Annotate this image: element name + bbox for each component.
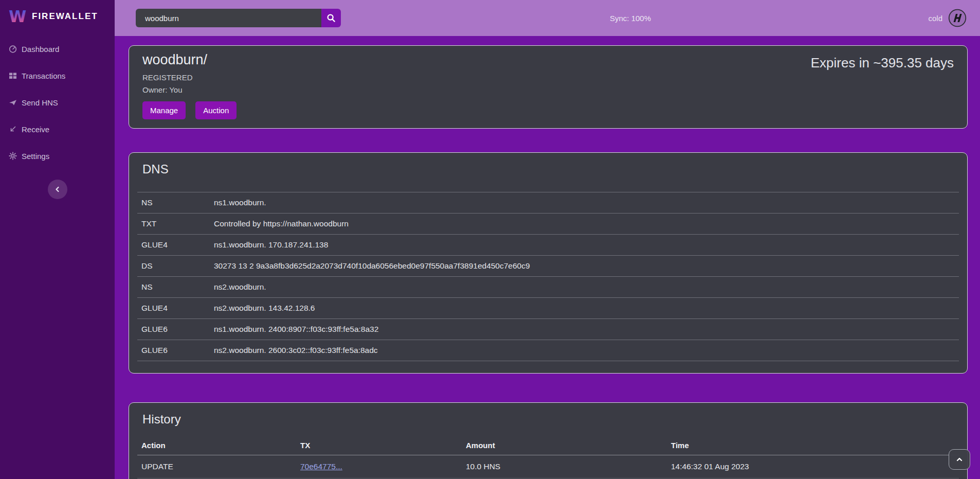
domain-card: woodburn/ REGISTERED Owner: You Manage A… bbox=[129, 45, 968, 129]
domain-actions: Manage Auction bbox=[142, 101, 954, 119]
table-row: NS ns2.woodburn. bbox=[137, 277, 959, 298]
history-card-title: History bbox=[137, 409, 959, 434]
sidebar-item-receive[interactable]: Receive bbox=[0, 120, 115, 138]
table-header-row: Action TX Amount Time bbox=[137, 436, 959, 455]
dns-record-type: GLUE6 bbox=[137, 319, 214, 340]
svg-text:W: W bbox=[9, 7, 26, 26]
sidebar-item-transactions[interactable]: Transactions bbox=[0, 67, 115, 84]
dns-record-value: ns1.woodburn. 170.187.241.138 bbox=[214, 235, 959, 256]
table-row: GLUE4 ns2.woodburn. 143.42.128.6 bbox=[137, 298, 959, 319]
search-button[interactable] bbox=[321, 9, 341, 27]
dns-record-type: NS bbox=[137, 192, 214, 214]
brand[interactable]: W FIREWALLET bbox=[0, 0, 115, 28]
dashboard-icon bbox=[9, 45, 17, 53]
app-title: FIREWALLET bbox=[32, 11, 98, 22]
column-header-amount: Amount bbox=[462, 436, 667, 455]
domain-status: REGISTERED bbox=[142, 73, 954, 82]
topbar: Sync: 100% cold bbox=[115, 0, 980, 36]
table-row: DS 30273 13 2 9a3a8fb3d625d2a2073d740f10… bbox=[137, 256, 959, 277]
table-row: GLUE4 ns1.woodburn. 170.187.241.138 bbox=[137, 235, 959, 256]
dns-card-title: DNS bbox=[137, 159, 959, 184]
dns-record-type: GLUE4 bbox=[137, 235, 214, 256]
dns-record-value: ns1.woodburn. 2400:8907::f03c:93ff:fe5a:… bbox=[214, 319, 959, 340]
history-card: History Action TX Amount Time UPDATE 70e… bbox=[129, 402, 968, 479]
table-row: TXT Controlled by https://nathan.woodbur… bbox=[137, 214, 959, 235]
column-header-tx: TX bbox=[296, 436, 462, 455]
gear-icon bbox=[9, 152, 17, 160]
dns-record-type: DS bbox=[137, 256, 214, 277]
wallet-indicator: cold bbox=[928, 9, 967, 27]
column-header-action: Action bbox=[137, 436, 296, 455]
column-header-time: Time bbox=[667, 436, 959, 455]
search-icon bbox=[326, 13, 336, 23]
sidebar-item-label: Transactions bbox=[22, 72, 65, 80]
wallet-name: cold bbox=[928, 14, 942, 23]
sidebar: W FIREWALLET Dashboard Transactions Send… bbox=[0, 0, 115, 479]
sidebar-item-label: Settings bbox=[22, 152, 49, 161]
history-table: Action TX Amount Time UPDATE 70e64775...… bbox=[137, 436, 959, 479]
sidebar-item-label: Receive bbox=[22, 125, 49, 134]
search-bar bbox=[136, 9, 341, 27]
dns-record-value: ns1.woodburn. bbox=[214, 192, 959, 214]
table-row: GLUE6 ns2.woodburn. 2600:3c02::f03c:93ff… bbox=[137, 340, 959, 361]
sync-status: Sync: 100% bbox=[610, 14, 651, 23]
history-action: UPDATE bbox=[137, 455, 296, 478]
history-amount: 10.0 HNS bbox=[462, 455, 667, 478]
dns-record-value: ns2.woodburn. bbox=[214, 277, 959, 298]
dns-record-value: Controlled by https://nathan.woodburn bbox=[214, 214, 959, 235]
sidebar-item-label: Dashboard bbox=[22, 45, 59, 54]
sidebar-item-send-hns[interactable]: Send HNS bbox=[0, 94, 115, 111]
table-row: GLUE6 ns1.woodburn. 2400:8907::f03c:93ff… bbox=[137, 319, 959, 340]
table-row: UPDATE 70e64775... 10.0 HNS 14:46:32 01 … bbox=[137, 455, 959, 478]
dns-record-type: GLUE6 bbox=[137, 340, 214, 361]
main-content: woodburn/ REGISTERED Owner: You Manage A… bbox=[115, 36, 980, 479]
auction-button[interactable]: Auction bbox=[195, 101, 237, 119]
receive-icon bbox=[9, 125, 17, 133]
dns-record-value: ns2.woodburn. 2600:3c02::f03c:93ff:fe5a:… bbox=[214, 340, 959, 361]
firewallet-logo-icon: W bbox=[9, 7, 26, 26]
dns-record-value: ns2.woodburn. 143.42.128.6 bbox=[214, 298, 959, 319]
dns-record-type: TXT bbox=[137, 214, 214, 235]
sidebar-item-label: Send HNS bbox=[22, 98, 58, 107]
dns-record-type: NS bbox=[137, 277, 214, 298]
scroll-to-top-button[interactable] bbox=[949, 449, 970, 470]
sidebar-nav: Dashboard Transactions Send HNS Receive bbox=[0, 40, 115, 165]
dns-card: DNS NS ns1.woodburn. TXT Controlled by h… bbox=[129, 152, 968, 374]
chevron-up-icon bbox=[955, 455, 964, 464]
send-icon bbox=[9, 98, 17, 107]
tx-link[interactable]: 70e64775... bbox=[300, 462, 342, 471]
handshake-icon[interactable] bbox=[948, 9, 967, 27]
dns-record-type: GLUE4 bbox=[137, 298, 214, 319]
table-row: NS ns1.woodburn. bbox=[137, 192, 959, 214]
table-icon bbox=[9, 72, 17, 80]
history-time: 14:46:32 01 Aug 2023 bbox=[667, 455, 959, 478]
manage-button[interactable]: Manage bbox=[142, 101, 186, 119]
sidebar-item-dashboard[interactable]: Dashboard bbox=[0, 40, 115, 58]
search-input[interactable] bbox=[136, 9, 321, 27]
dns-record-value: 30273 13 2 9a3a8fb3d625d2a2073d740f10da6… bbox=[214, 256, 959, 277]
chevron-left-icon bbox=[53, 185, 62, 193]
sidebar-item-settings[interactable]: Settings bbox=[0, 147, 115, 165]
expires-label: Expires in ~395.35 days bbox=[811, 55, 954, 71]
sidebar-collapse-button[interactable] bbox=[48, 180, 67, 199]
domain-owner: Owner: You bbox=[142, 85, 954, 94]
dns-table: NS ns1.woodburn. TXT Controlled by https… bbox=[137, 192, 959, 361]
